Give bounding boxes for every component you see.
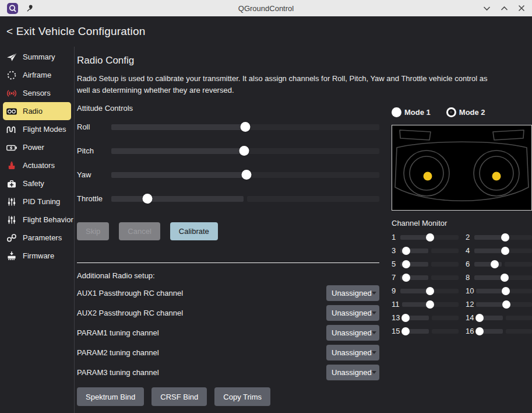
channel-bar — [400, 249, 459, 253]
sidebar-item-label: Safety — [23, 179, 44, 188]
slider-track-right — [247, 196, 379, 202]
channel-number: 15 — [392, 327, 400, 335]
channel-bar-left — [476, 302, 502, 307]
channel-value-dot — [426, 233, 434, 242]
roll-slider-handle[interactable] — [241, 122, 251, 132]
channel-value-dot — [426, 287, 434, 295]
channel-5-monitor: 5 — [392, 257, 459, 271]
aux2-passthrough-dropdown[interactable]: Unassigned — [326, 305, 379, 321]
channel-number: 7 — [392, 273, 398, 282]
sidebar-item-flight-behavior[interactable]: Flight Behavior — [3, 211, 71, 229]
channel-bar — [476, 329, 532, 334]
channel-value-dot — [402, 274, 410, 282]
pitch-slider-label: Pitch — [77, 146, 111, 155]
channel-bar — [476, 316, 532, 320]
sidebar-item-firmware[interactable]: Firmware — [3, 247, 71, 265]
channel-bar — [400, 235, 459, 240]
chevron-down-icon — [372, 312, 376, 314]
param2-tuning-label: PARAM2 tuning channel — [77, 348, 159, 357]
mode-2-radio[interactable]: Mode 2 — [446, 107, 485, 117]
chevron-down-icon — [372, 351, 376, 354]
chevron-down-icon — [372, 371, 376, 374]
sidebar-item-pid-tuning[interactable]: PID Tuning — [3, 192, 71, 211]
channel-value-dot — [401, 314, 410, 322]
channel-bar-left — [402, 302, 429, 307]
channel-11-monitor: 11 — [392, 298, 459, 311]
sidebar-item-summary[interactable]: Summary — [3, 48, 71, 66]
roll-slider-row: Roll — [77, 115, 379, 139]
param1-tuning-row: PARAM1 tuning channelUnassigned — [77, 323, 379, 342]
dotted-circle-icon — [6, 70, 17, 80]
channel-number: 9 — [392, 286, 398, 295]
sidebar-item-radio[interactable]: Radio — [3, 102, 71, 120]
mode-1-radio[interactable]: Mode 1 — [392, 107, 431, 117]
sidebar-item-label: Airframe — [23, 71, 51, 79]
close-button[interactable] — [518, 5, 525, 12]
channel-bar — [474, 275, 532, 280]
sidebar-item-power[interactable]: Power — [3, 138, 71, 156]
param2-tuning-dropdown[interactable]: Unassigned — [326, 345, 379, 360]
aux2-passthrough-row: AUX2 Passthrough RC channelUnassigned — [77, 303, 379, 323]
channel-bar-right — [432, 329, 459, 334]
pitch-slider[interactable] — [111, 148, 379, 154]
channel-value-dot — [491, 260, 499, 268]
roll-slider[interactable] — [111, 124, 379, 130]
sidebar-item-flight-modes[interactable]: Flight Modes — [3, 120, 71, 138]
minimize-button[interactable] — [483, 5, 491, 12]
throttle-slider-handle[interactable] — [143, 194, 153, 204]
sidebar-item-parameters[interactable]: Parameters — [3, 229, 71, 247]
sliders-icon — [6, 197, 17, 207]
calibrate-button[interactable]: Calibrate — [170, 222, 218, 240]
dropdown-value: Unassigned — [332, 289, 372, 298]
channel-bar-left — [474, 275, 502, 280]
pitch-slider-handle[interactable] — [239, 146, 249, 156]
channel-number: 6 — [466, 260, 472, 268]
channel-number: 2 — [466, 233, 472, 242]
yaw-slider[interactable] — [111, 172, 379, 178]
channel-16-monitor: 16 — [466, 324, 532, 338]
channel-value-dot — [401, 327, 410, 335]
rc-transmitter-icon — [6, 106, 17, 117]
channel-4-monitor: 4 — [466, 244, 532, 257]
aux1-passthrough-dropdown[interactable]: Unassigned — [326, 285, 379, 301]
copy-trims-button[interactable]: Copy Trims — [214, 387, 270, 406]
radio-config-page: Radio Config Radio Setup is used to cali… — [75, 47, 532, 413]
crsf-bind-button[interactable]: CRSF Bind — [152, 387, 207, 406]
sidebar-item-label: Power — [23, 143, 44, 152]
channel-bar-left — [400, 235, 428, 240]
pin-icon[interactable] — [26, 4, 34, 12]
channel-value-dot — [501, 247, 509, 255]
spektrum-bind-button[interactable]: Spektrum Bind — [77, 387, 144, 406]
radio-button-icon — [392, 107, 401, 117]
channel-7-monitor: 7 — [392, 271, 459, 284]
sidebar-item-airframe[interactable]: Airframe — [3, 66, 71, 84]
channel-monitor-label: Channel Monitor — [392, 219, 532, 228]
channel-number: 3 — [392, 246, 398, 255]
chip-flash-icon — [6, 251, 17, 261]
skip-button[interactable]: Skip — [77, 222, 109, 240]
channel-bar — [400, 289, 459, 293]
channel-12-monitor: 12 — [466, 298, 532, 311]
maximize-button[interactable] — [501, 5, 508, 12]
sidebar-item-actuators[interactable]: Actuators — [3, 156, 71, 174]
channel-6-monitor: 6 — [466, 257, 532, 271]
chevron-down-icon — [372, 292, 376, 295]
pitch-slider-row: Pitch — [77, 139, 379, 163]
aux2-passthrough-label: AUX2 Passthrough RC channel — [77, 309, 183, 317]
sidebar-item-sensors[interactable]: Sensors — [3, 84, 71, 102]
channel-bar-right — [505, 262, 532, 267]
param1-tuning-dropdown[interactable]: Unassigned — [326, 325, 379, 341]
channel-bar-left — [476, 289, 502, 293]
cancel-button[interactable]: Cancel — [119, 222, 160, 240]
channel-number: 14 — [466, 313, 474, 322]
channel-value-dot — [402, 247, 410, 255]
sidebar-item-safety[interactable]: Safety — [3, 174, 71, 192]
exit-vehicle-configuration-button[interactable]: < Exit Vehicle Configuration — [6, 25, 146, 38]
param3-tuning-dropdown[interactable]: Unassigned — [326, 365, 379, 380]
channel-8-monitor: 8 — [466, 271, 532, 284]
channel-number: 13 — [392, 313, 400, 322]
channel-bar — [402, 302, 459, 307]
mode-label: Mode 2 — [459, 108, 485, 117]
throttle-slider[interactable] — [111, 196, 379, 202]
yaw-slider-handle[interactable] — [241, 170, 251, 180]
